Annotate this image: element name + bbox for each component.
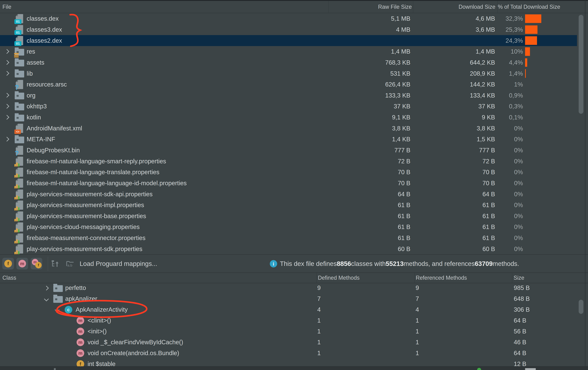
file-row[interactable]: ?DebugProbesKt.bin777 B777 B0% [0, 145, 588, 156]
file-row[interactable]: res1,4 MB1,4 MB10% [0, 46, 588, 57]
referenced-methods-value: 1 [416, 350, 419, 357]
chevron-right-icon[interactable] [4, 49, 9, 54]
file-row[interactable]: firebase-ml-natural-language-language-id… [0, 178, 588, 189]
chevron-right-icon[interactable] [4, 71, 9, 76]
referenced-methods-value: 1 [416, 328, 419, 335]
file-row[interactable]: 01classes2.dex3,8 MB3,4 MB24,3% [0, 35, 588, 46]
file-row[interactable]: lib531 KB208,9 KB1,4% [0, 68, 588, 79]
partial-icon [54, 368, 56, 370]
chevron-right-icon[interactable] [44, 286, 49, 290]
chevron-down-icon[interactable] [44, 297, 49, 301]
file-cell: lib [0, 68, 328, 79]
file-row[interactable]: play-services-measurement-sdk.properties… [0, 243, 588, 254]
class-row[interactable]: cApkAnalizerActivity44306 B [0, 304, 588, 315]
load-proguard-mappings-button[interactable]: Load Proguard mappings... [80, 255, 157, 273]
file-row[interactable]: ?resources.arsc626,4 KB144,2 KB1% [0, 79, 588, 90]
column-header-defined-methods[interactable]: Defined Methods [318, 273, 359, 283]
info-classes-count: 8856 [337, 260, 351, 267]
class-name: int $stable [88, 360, 116, 366]
raw-file-size-value: 61 B [328, 200, 413, 211]
class-cell: cApkAnalizerActivity [0, 304, 128, 315]
class-row[interactable]: mvoid onCreate(android.os.Bundle)1164 B [0, 348, 588, 359]
column-header-download-size[interactable]: Download Size [413, 4, 497, 10]
file-cell: ?resources.arsc [0, 79, 328, 90]
raw-file-size-value: 70 B [328, 167, 413, 178]
file-row[interactable]: okhttp337 KB37 KB0,3% [0, 101, 588, 112]
raw-file-size-value: 60 B [328, 243, 413, 254]
class-row[interactable]: m<init>()1156 B [0, 326, 588, 337]
scrollbar-thumb[interactable] [579, 15, 583, 114]
defined-methods-value: 4 [317, 306, 321, 313]
pct-cell: 0% [497, 178, 588, 189]
chevron-right-icon[interactable] [4, 137, 9, 142]
column-header-file[interactable]: File [0, 4, 328, 10]
pct-cell: 10% [497, 46, 588, 57]
toggle-all-members-button[interactable]: m f [31, 258, 42, 269]
properties-file-icon [15, 189, 24, 199]
class-row[interactable]: perfetto99985 B [0, 283, 588, 293]
pct-value: 0% [497, 134, 523, 145]
referenced-methods-value: 9 [416, 284, 419, 291]
file-row[interactable]: assets768,3 KB644,2 KB4,4% [0, 57, 588, 68]
file-row[interactable]: <>AndroidManifest.xml3,8 KB3,8 KB0% [0, 123, 588, 134]
chevron-right-icon[interactable] [4, 115, 9, 120]
referenced-methods-value: 1 [416, 317, 419, 324]
column-header-referenced-methods[interactable]: Referenced Methods [416, 273, 467, 283]
class-row[interactable]: m<clinit>()1164 B [0, 315, 588, 326]
file-row[interactable]: play-services-measurement-sdk-api.proper… [0, 189, 588, 200]
file-row[interactable]: play-services-measurement-impl.propertie… [0, 200, 588, 211]
file-row[interactable]: 01classes3.dex4 MB3,6 MB25,3% [0, 24, 588, 35]
file-name: okhttp3 [27, 103, 47, 110]
toggle-fields-button[interactable]: f [2, 258, 14, 269]
pct-cell: 0% [497, 233, 588, 244]
column-header-pct-total[interactable]: % of Total Download Size [497, 4, 588, 10]
column-header-size[interactable]: Size [514, 273, 524, 283]
file-name: firebase-ml-natural-language-smart-reply… [27, 158, 166, 165]
file-row[interactable]: play-services-cloud-messaging.properties… [0, 222, 588, 233]
raw-file-size-value: 37 KB [328, 101, 413, 112]
file-row[interactable]: firebase-ml-natural-language-smart-reply… [0, 156, 588, 167]
dex-file-icon: 01 [15, 36, 24, 45]
class-row[interactable]: fint $stable12 B [0, 359, 588, 366]
class-cell: fint $stable [0, 359, 116, 366]
chevron-right-icon[interactable] [4, 93, 9, 98]
download-size-value: 3,8 KB [413, 123, 497, 134]
file-row[interactable]: 01classes.dex5,1 MB4,6 MB32,3% [0, 13, 588, 24]
column-header-raw-file-size[interactable]: Raw File Size [328, 4, 413, 10]
file-row[interactable]: kotlin9,1 KB9 KB0,1% [0, 112, 588, 123]
pct-value: 25,3% [497, 24, 523, 35]
pct-cell: 0% [497, 200, 588, 211]
pct-value: 0,1% [497, 112, 523, 123]
file-row[interactable]: firebase-ml-natural-language-translate.p… [0, 167, 588, 178]
class-row[interactable]: mvoid _$_clearFindViewByIdCache()1146 B [0, 337, 588, 348]
chevron-down-icon[interactable] [55, 307, 59, 312]
file-table-header: File Raw File Size Download Size % of To… [0, 1, 588, 13]
file-row[interactable]: firebase-measurement-connector.propertie… [0, 233, 588, 244]
chevron-right-icon[interactable] [4, 60, 9, 65]
class-row[interactable]: apkAnalizer77648 B [0, 293, 588, 304]
download-size-bar [525, 14, 541, 23]
raw-file-size-value: 61 B [328, 222, 413, 233]
properties-file-icon [15, 156, 24, 166]
resource-folder-icon [15, 47, 24, 56]
file-row[interactable]: org133,3 KB133,4 KB0,9% [0, 90, 588, 101]
method-icon: m [76, 327, 85, 336]
toggle-methods-button[interactable]: m [16, 258, 28, 269]
folder-icon [15, 134, 24, 144]
scrollbar-thumb[interactable] [579, 300, 583, 314]
fully-qualified-names-icon[interactable]: a.b [65, 259, 75, 268]
folder-icon [53, 283, 63, 293]
file-row[interactable]: play-services-measurement-base.propertie… [0, 211, 588, 222]
column-header-class[interactable]: Class [2, 273, 16, 283]
field-icon: f [35, 262, 42, 268]
file-tree-table: 01classes.dex5,1 MB4,6 MB32,3%01classes3… [0, 13, 588, 254]
chevron-right-icon[interactable] [4, 104, 9, 109]
pct-value: 0% [497, 167, 523, 178]
info-methods-count: 55213 [386, 260, 404, 267]
expand-tree-icon[interactable] [51, 259, 60, 268]
toolbar-divider [48, 257, 48, 271]
properties-file-icon [15, 178, 24, 188]
download-size-value: 3,6 MB [413, 24, 497, 35]
file-row[interactable]: META-INF1,4 KB1,5 KB0% [0, 134, 588, 145]
file-name: kotlin [27, 114, 41, 121]
